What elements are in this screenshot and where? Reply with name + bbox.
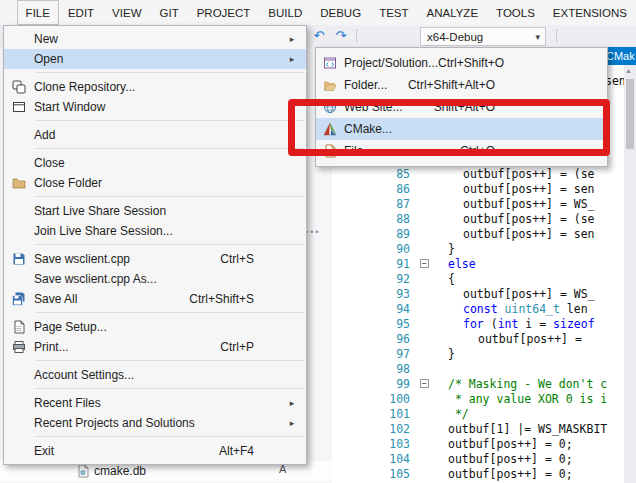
code-line-90[interactable]: 90} xyxy=(332,241,624,256)
line-number: 98 xyxy=(332,362,420,376)
menu-item-file[interactable]: File...Ctrl+O xyxy=(316,140,607,162)
menu-item-save-all[interactable]: Save AllCtrl+Shift+S xyxy=(4,289,306,309)
code-text: outbuf[1] |= WS_MASKBIT xyxy=(433,422,624,436)
menubar-item-test[interactable]: TEST xyxy=(370,0,417,25)
menu-item-close[interactable]: Close xyxy=(4,153,306,173)
menubar-item-build[interactable]: BUILD xyxy=(259,0,311,25)
code-line-104[interactable]: 104outbuf[pos++] = 0; xyxy=(332,451,624,466)
code-line-96[interactable]: 96outbuf[pos++] = xyxy=(332,331,624,346)
code-line-99[interactable]: 99−/* Masking - We don't c xyxy=(332,376,624,391)
menu-item-print[interactable]: Print...Ctrl+P xyxy=(4,337,306,357)
print-icon xyxy=(4,340,34,354)
code-line-102[interactable]: 102outbuf[1] |= WS_MASKBIT xyxy=(332,421,624,436)
code-line-95[interactable]: 95for (int i = sizeof xyxy=(332,316,624,331)
menubar-item-extensions[interactable]: EXTENSIONS xyxy=(544,0,636,25)
code-text: else xyxy=(433,257,624,271)
code-text: outbuf[pos++] = 0; xyxy=(433,452,624,466)
scrollbar-up-arrow-icon[interactable]: ▲ xyxy=(625,67,632,74)
code-text: outbuf[pos++] = sen xyxy=(433,227,624,241)
fold-margin xyxy=(420,391,433,406)
menu-item-shortcut: Ctrl+O xyxy=(460,144,589,158)
code-line-88[interactable]: 88outbuf[pos++] = (se xyxy=(332,211,624,226)
pane-splitter-dots[interactable]: ••• xyxy=(305,227,320,237)
code-text: outbuf[pos++] = (se xyxy=(433,212,624,226)
code-line-94[interactable]: 94const uint64_t len xyxy=(332,301,624,316)
code-line-85[interactable]: 85outbuf[pos++] = (se xyxy=(332,166,624,181)
menu-item-clone-repository[interactable]: Clone Repository... xyxy=(4,77,306,97)
menu-item-page-setup[interactable]: Page Setup... xyxy=(4,317,306,337)
menu-item-add[interactable]: Add▸ xyxy=(4,125,306,145)
code-line-91[interactable]: 91−else xyxy=(332,256,624,271)
code-line-87[interactable]: 87outbuf[pos++] = WS_ xyxy=(332,196,624,211)
menu-item-folder[interactable]: Folder...Ctrl+Shift+Alt+O xyxy=(316,74,607,96)
menu-item-recent-files[interactable]: Recent Files▸ xyxy=(4,393,306,413)
code-line-93[interactable]: 93outbuf[pos++] = WS_ xyxy=(332,286,624,301)
menubar-item-file[interactable]: FILE xyxy=(17,0,59,25)
fold-collapse-icon[interactable]: − xyxy=(420,376,433,391)
clone-repository-icon xyxy=(4,80,34,94)
close-folder-icon xyxy=(4,176,34,190)
menu-item-cmake[interactable]: CMake... xyxy=(316,118,607,140)
fold-margin xyxy=(420,181,433,196)
code-line-105[interactable]: 105outbuf[pos++] = 0; xyxy=(332,466,624,481)
open-file-icon xyxy=(316,144,344,158)
line-number: 100 xyxy=(332,392,420,406)
solution-explorer-item-label: cmake.db xyxy=(94,464,146,478)
line-number: 103 xyxy=(332,437,420,451)
document-tab-label: CMak xyxy=(606,50,635,62)
menu-item-label: Save wsclient.cpp xyxy=(34,252,130,266)
code-line-98[interactable]: 98 xyxy=(332,361,624,376)
menu-item-exit[interactable]: ExitAlt+F4 xyxy=(4,441,306,461)
code-line-100[interactable]: 100 * any value XOR 0 is i xyxy=(332,391,624,406)
scrollbar-thumb[interactable] xyxy=(626,79,634,149)
code-text: outbuf[pos++] = 0; xyxy=(433,437,624,451)
menu-item-new[interactable]: New▸ xyxy=(4,29,306,49)
menu-item-start-window[interactable]: Start Window xyxy=(4,97,306,117)
code-text: * any value XOR 0 is i xyxy=(433,392,624,406)
menu-item-save-wsclient-cpp[interactable]: Save wsclient.cppCtrl+S xyxy=(4,249,306,269)
fold-collapse-icon[interactable]: − xyxy=(420,256,433,271)
menu-item-start-live-share-session[interactable]: Start Live Share Session xyxy=(4,201,306,221)
menu-item-shortcut: Ctrl+P xyxy=(220,340,282,354)
menu-item-label: Start Live Share Session xyxy=(34,204,166,218)
code-line-101[interactable]: 101 */ xyxy=(332,406,624,421)
start-window-icon xyxy=(4,100,34,114)
menu-item-account-settings[interactable]: Account Settings... xyxy=(4,365,306,385)
undo-icon[interactable]: ↶ xyxy=(310,28,328,43)
menu-item-save-wsclient-cpp-as[interactable]: Save wsclient.cpp As... xyxy=(4,269,306,289)
menu-item-join-live-share-session[interactable]: Join Live Share Session... xyxy=(4,221,306,241)
solution-configuration-dropdown[interactable]: x64-Debug ▾ xyxy=(420,27,546,46)
menu-item-web-site[interactable]: Web Site...Shift+Alt+O xyxy=(316,96,607,118)
code-line-89[interactable]: 89outbuf[pos++] = sen xyxy=(332,226,624,241)
toolbar-separator xyxy=(356,29,357,43)
menu-item-label: Close xyxy=(34,156,65,170)
menu-item-label: Page Setup... xyxy=(34,320,107,334)
open-submenu: Project/Solution...Ctrl+Shift+OFolder...… xyxy=(315,47,608,167)
menu-item-label: Recent Projects and Solutions xyxy=(34,416,195,430)
menu-item-close-folder[interactable]: Close Folder xyxy=(4,173,306,193)
dropdown-caret-icon: ▾ xyxy=(535,32,545,42)
fold-margin xyxy=(420,286,433,301)
menu-item-project-solution[interactable]: Project/Solution...Ctrl+Shift+O xyxy=(316,52,607,74)
menu-item-shortcut: Ctrl+Shift+O xyxy=(438,56,598,70)
code-line-103[interactable]: 103outbuf[pos++] = 0; xyxy=(332,436,624,451)
code-line-86[interactable]: 86outbuf[pos++] = sen xyxy=(332,181,624,196)
menubar-item-project[interactable]: PROJECT xyxy=(188,0,260,25)
save-all-icon xyxy=(4,292,34,306)
menubar-item-tools[interactable]: TOOLS xyxy=(487,0,544,25)
menubar-item-analyze[interactable]: ANALYZE xyxy=(418,0,488,25)
code-line-92[interactable]: 92{ xyxy=(332,271,624,286)
fold-margin xyxy=(420,166,433,181)
menubar-item-debug[interactable]: DEBUG xyxy=(311,0,370,25)
line-number: 86 xyxy=(332,182,420,196)
menu-item-open[interactable]: Open▸ xyxy=(4,49,306,69)
menubar-item-git[interactable]: GIT xyxy=(151,0,188,25)
code-text: outbuf[pos++] = WS_ xyxy=(433,287,624,301)
menubar-item-edit[interactable]: EDIT xyxy=(59,0,103,25)
code-text: /* Masking - We don't c xyxy=(433,377,624,391)
editor-scrollbar[interactable]: ▲ xyxy=(624,65,636,483)
code-line-97[interactable]: 97} xyxy=(332,346,624,361)
menubar-item-view[interactable]: VIEW xyxy=(103,0,150,25)
menu-item-recent-projects-and-solutions[interactable]: Recent Projects and Solutions▸ xyxy=(4,413,306,433)
redo-icon[interactable]: ↷ xyxy=(332,28,350,43)
